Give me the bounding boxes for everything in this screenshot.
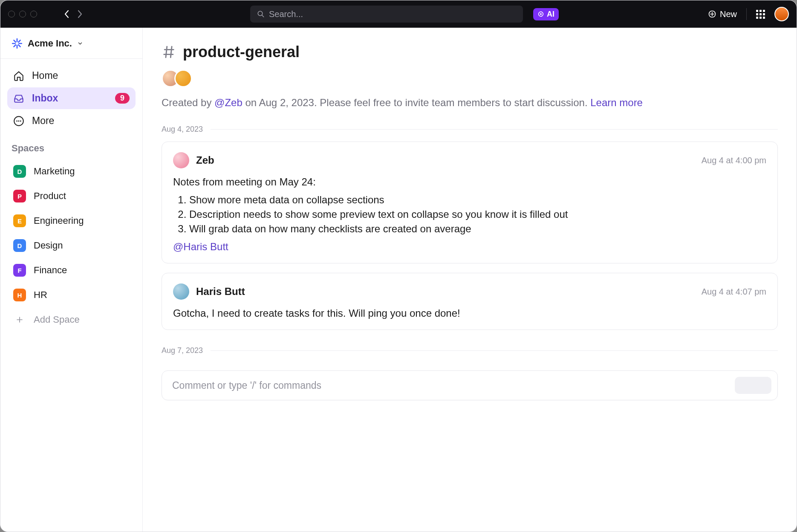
space-badge: D: [13, 239, 26, 252]
global-search-input[interactable]: Search...: [250, 6, 523, 23]
hash-icon: [162, 45, 176, 59]
plus-circle-icon: [708, 10, 716, 18]
app-grid-icon[interactable]: [756, 10, 765, 19]
svg-line-11: [18, 40, 20, 42]
new-button[interactable]: New: [708, 9, 737, 19]
user-mention[interactable]: @Haris Butt: [173, 241, 766, 253]
svg-point-3: [540, 13, 542, 15]
sidebar-item-label: Inbox: [32, 93, 58, 104]
titlebar: Search... AI New: [0, 0, 797, 28]
sidebar-item-more[interactable]: More: [7, 110, 136, 132]
message-avatar: [173, 283, 189, 300]
message-card: Haris Butt Aug 4 at 4:07 pm Gotcha, I ne…: [162, 273, 778, 330]
message-time: Aug 4 at 4:00 pm: [702, 156, 766, 165]
channel-header: product-general: [162, 43, 778, 61]
sidebar-item-home[interactable]: Home: [7, 65, 136, 87]
search-placeholder: Search...: [269, 9, 303, 19]
space-label: Design: [34, 240, 63, 251]
message-body: Notes from meeting on May 24:: [173, 176, 766, 188]
space-item[interactable]: FFinance: [7, 259, 136, 282]
window-controls: [8, 11, 37, 17]
user-avatar[interactable]: [774, 7, 789, 21]
workspace-logo-icon: [12, 38, 23, 49]
message-body: Gotcha, I need to create tasks for this.…: [173, 307, 766, 319]
member-avatar: [174, 69, 192, 87]
comment-input[interactable]: [172, 380, 735, 391]
message-time: Aug 4 at 4:07 pm: [702, 287, 766, 297]
message-author: Haris Butt: [196, 286, 245, 298]
space-label: Finance: [34, 265, 67, 276]
more-icon: [13, 116, 24, 127]
svg-point-14: [16, 120, 17, 121]
space-badge: E: [13, 214, 26, 227]
space-label: Product: [34, 191, 66, 202]
search-icon: [257, 10, 265, 18]
channel-name: product-general: [183, 43, 300, 61]
ai-button[interactable]: AI: [533, 8, 559, 20]
channel-description: Created by @Zeb on Aug 2, 2023. Please f…: [162, 97, 778, 109]
space-item[interactable]: PProduct: [7, 185, 136, 208]
svg-line-9: [14, 40, 15, 42]
comment-composer[interactable]: [162, 370, 778, 400]
space-badge: D: [13, 165, 26, 178]
sidebar: Acme Inc. Home Inbox 9 More: [0, 28, 143, 532]
space-item[interactable]: DDesign: [7, 234, 136, 257]
space-badge: H: [13, 289, 26, 301]
space-item[interactable]: DMarketing: [7, 160, 136, 183]
svg-line-1: [262, 15, 264, 17]
minimize-window-icon[interactable]: [19, 11, 26, 17]
message-list: Show more meta data on collapse sections…: [189, 194, 766, 235]
divider: [746, 8, 747, 20]
date-separator: Aug 7, 2023: [162, 346, 778, 355]
space-item[interactable]: HHR: [7, 283, 136, 306]
message-author: Zeb: [196, 154, 214, 166]
ai-icon: [537, 11, 544, 17]
space-badge: F: [13, 264, 26, 277]
space-item[interactable]: EEngineering: [7, 209, 136, 232]
app-window: Search... AI New Acme Inc.: [0, 0, 797, 532]
inbox-icon: [13, 93, 24, 104]
date-separator: Aug 4, 2023: [162, 125, 778, 134]
add-space-button[interactable]: Add Space: [7, 308, 136, 331]
spaces-list: DMarketing PProduct EEngineering DDesign…: [0, 157, 142, 334]
space-label: Marketing: [34, 166, 75, 177]
maximize-window-icon[interactable]: [30, 11, 37, 17]
close-window-icon[interactable]: [8, 11, 15, 17]
forward-button[interactable]: [77, 10, 82, 18]
sidebar-item-label: More: [32, 115, 54, 127]
plus-icon: [13, 313, 26, 326]
chevron-down-icon: [77, 40, 83, 46]
svg-point-15: [18, 120, 20, 121]
space-label: Engineering: [34, 215, 84, 226]
sidebar-item-inbox[interactable]: Inbox 9: [7, 87, 136, 109]
space-label: HR: [34, 289, 47, 301]
learn-more-link[interactable]: Learn more: [590, 97, 643, 108]
inbox-badge: 9: [115, 93, 130, 104]
send-button[interactable]: [735, 377, 771, 394]
spaces-section-label: Spaces: [0, 139, 142, 157]
sidebar-item-label: Home: [32, 70, 58, 81]
message-card: Zeb Aug 4 at 4:00 pm Notes from meeting …: [162, 142, 778, 263]
svg-line-10: [18, 45, 20, 46]
svg-line-12: [14, 45, 15, 46]
workspace-switcher[interactable]: Acme Inc.: [0, 28, 142, 58]
nav-arrows: [64, 10, 82, 18]
space-badge: P: [13, 190, 26, 202]
add-space-label: Add Space: [34, 314, 80, 325]
svg-point-16: [20, 120, 21, 121]
message-avatar: [173, 152, 189, 168]
channel-members[interactable]: [162, 69, 778, 87]
home-icon: [13, 70, 24, 81]
back-button[interactable]: [64, 10, 69, 18]
main-content: product-general Created by @Zeb on Aug 2…: [143, 28, 797, 532]
workspace-name: Acme Inc.: [28, 38, 72, 49]
user-mention[interactable]: @Zeb: [214, 97, 243, 108]
